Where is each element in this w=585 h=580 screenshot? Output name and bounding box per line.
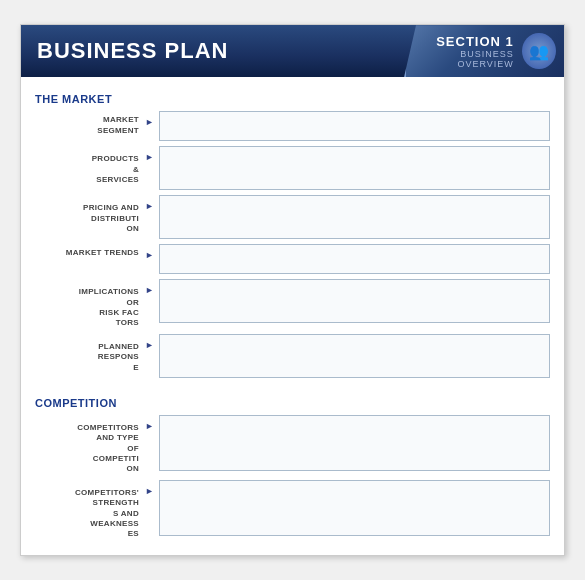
- pricing-input[interactable]: [159, 195, 550, 239]
- planned-response-arrow: ►: [145, 334, 159, 350]
- header-title: BUSINESS PLAN: [37, 38, 228, 64]
- header: BUSINESS PLAN SECTION 1 BUSINESS OVERVIE…: [21, 25, 564, 77]
- market-trends-arrow: ►: [145, 244, 159, 260]
- competitors-type-label: COMPETITORSAND TYPEOFCOMPETITION: [35, 415, 145, 475]
- risk-factors-input-wrap: [159, 279, 550, 323]
- competitors-type-input-wrap: [159, 415, 550, 471]
- pricing-input-wrap: [159, 195, 550, 239]
- competitors-type-row: COMPETITORSAND TYPEOFCOMPETITION ►: [35, 415, 550, 475]
- market-section-title: THE MARKET: [35, 93, 550, 105]
- risk-factors-arrow: ►: [145, 279, 159, 295]
- header-section-info: SECTION 1 BUSINESS OVERVIEW: [406, 34, 514, 69]
- pricing-label: PRICING ANDDISTRIBUTION: [35, 195, 145, 234]
- products-services-label: PRODUCTS&SERVICES: [35, 146, 145, 185]
- competitors-strength-row: COMPETITORS'STRENGTHS ANDWEAKNESSES ►: [35, 480, 550, 540]
- competitors-strength-arrow: ►: [145, 480, 159, 496]
- products-services-arrow: ►: [145, 146, 159, 162]
- market-segment-row: MARKETSEGMENT ►: [35, 111, 550, 141]
- header-right: SECTION 1 BUSINESS OVERVIEW 👥: [404, 25, 564, 77]
- planned-response-input-wrap: [159, 334, 550, 378]
- risk-factors-row: IMPLICATIONSORRISK FACTORS ►: [35, 279, 550, 329]
- planned-response-row: PLANNEDRESPONSE ►: [35, 334, 550, 378]
- products-services-input-wrap: [159, 146, 550, 190]
- market-trends-input[interactable]: [159, 244, 550, 274]
- market-trends-label: MARKET TRENDS: [35, 244, 145, 258]
- pricing-arrow: ►: [145, 195, 159, 211]
- planned-response-label: PLANNEDRESPONSE: [35, 334, 145, 373]
- risk-factors-label: IMPLICATIONSORRISK FACTORS: [35, 279, 145, 329]
- section-sub: BUSINESS OVERVIEW: [406, 49, 514, 69]
- products-services-input[interactable]: [159, 146, 550, 190]
- products-services-row: PRODUCTS&SERVICES ►: [35, 146, 550, 190]
- competitors-type-input[interactable]: [159, 415, 550, 471]
- market-segment-label: MARKETSEGMENT: [35, 111, 145, 136]
- competitors-strength-input[interactable]: [159, 480, 550, 536]
- section-divider: [35, 383, 550, 391]
- market-segment-input[interactable]: [159, 111, 550, 141]
- competition-section-title: COMPETITION: [35, 397, 550, 409]
- risk-factors-input[interactable]: [159, 279, 550, 323]
- header-title-plain: BUSINESS: [37, 38, 165, 63]
- market-trends-input-wrap: [159, 244, 550, 274]
- market-segment-input-wrap: [159, 111, 550, 141]
- market-trends-row: MARKET TRENDS ►: [35, 244, 550, 274]
- business-icon: 👥: [522, 33, 556, 69]
- business-plan-page: BUSINESS PLAN SECTION 1 BUSINESS OVERVIE…: [20, 24, 565, 555]
- market-segment-arrow: ►: [145, 111, 159, 127]
- header-title-bold: PLAN: [165, 38, 229, 63]
- planned-response-input[interactable]: [159, 334, 550, 378]
- pricing-row: PRICING ANDDISTRIBUTION ►: [35, 195, 550, 239]
- competitors-strength-input-wrap: [159, 480, 550, 536]
- content: THE MARKET MARKETSEGMENT ► PRODUCTS&SERV…: [21, 77, 564, 554]
- header-left: BUSINESS PLAN: [21, 25, 404, 77]
- section-label: SECTION 1: [406, 34, 514, 49]
- competitors-strength-label: COMPETITORS'STRENGTHS ANDWEAKNESSES: [35, 480, 145, 540]
- competitors-type-arrow: ►: [145, 415, 159, 431]
